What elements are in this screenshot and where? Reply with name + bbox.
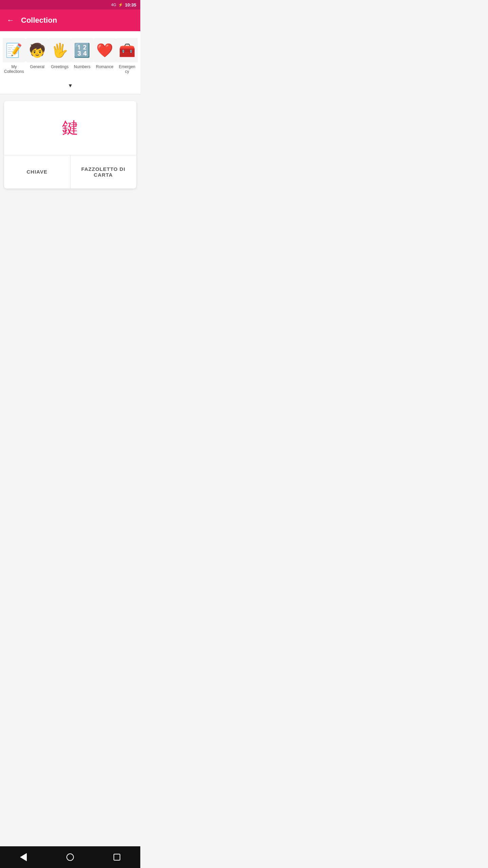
flashcard-answer-1[interactable]: FAZZOLETTO DI CARTA: [70, 155, 137, 189]
flashcard-character: 鍵: [62, 117, 78, 139]
chevron-row[interactable]: ▾: [0, 78, 140, 94]
back-button[interactable]: ←: [5, 15, 16, 26]
signal-icon: 4G: [111, 3, 116, 7]
category-icon-my-collections: 📝: [3, 38, 26, 62]
battery-icon: ⚡: [118, 3, 123, 7]
back-arrow-icon: ←: [7, 16, 14, 25]
category-label-my-collections: My Collections: [4, 64, 24, 74]
category-item-romance[interactable]: ❤️Romance: [94, 37, 115, 76]
category-icon-emergency: 🧰: [115, 38, 138, 62]
category-label-greetings: Greetings: [51, 64, 68, 69]
flashcard-section: 鍵 CHIAVEFAZZOLETTO DI CARTA: [4, 101, 136, 189]
category-icon-numbers: 🔢: [70, 38, 94, 62]
category-label-general: General: [30, 64, 45, 69]
flashcard-bottom: CHIAVEFAZZOLETTO DI CARTA: [4, 155, 136, 189]
category-item-my-collections[interactable]: 📝My Collections: [3, 37, 25, 76]
category-item-greetings[interactable]: 🖐️Greetings: [49, 37, 70, 76]
flashcard-answer-0[interactable]: CHIAVE: [4, 155, 70, 189]
category-label-emergency: Emergency: [118, 64, 136, 74]
category-label-numbers: Numbers: [74, 64, 90, 69]
flashcard-top[interactable]: 鍵: [4, 101, 136, 155]
category-item-emergency[interactable]: 🧰Emergency: [117, 37, 138, 76]
category-icon-general: 🧒: [25, 38, 49, 62]
time-display: 10:35: [125, 2, 136, 7]
category-icon-greetings: 🖐️: [47, 38, 72, 62]
category-label-romance: Romance: [96, 64, 113, 69]
category-icon-romance: ❤️: [93, 38, 117, 62]
app-bar-title: Collection: [21, 16, 57, 25]
app-bar: ← Collection: [0, 9, 140, 31]
chevron-down-icon: ▾: [69, 82, 72, 89]
category-item-numbers[interactable]: 🔢Numbers: [72, 37, 93, 76]
category-item-general[interactable]: 🧒General: [27, 37, 48, 76]
category-scroll: 📝My Collections🧒General🖐️Greetings🔢Numbe…: [3, 37, 138, 76]
status-bar: 4G ⚡ 10:35: [0, 0, 140, 9]
category-section: 📝My Collections🧒General🖐️Greetings🔢Numbe…: [0, 31, 140, 78]
